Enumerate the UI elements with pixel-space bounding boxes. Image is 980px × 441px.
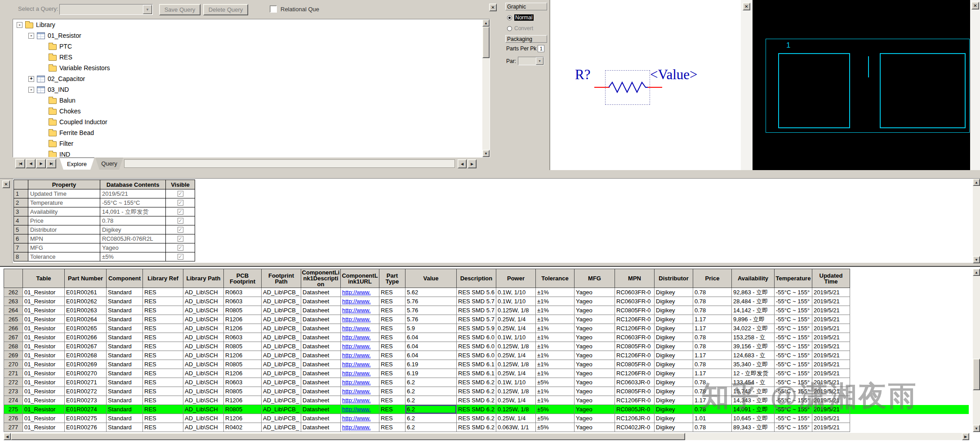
- cell[interactable]: RES SMD 6.1: [457, 360, 496, 369]
- visible-checkbox[interactable]: ✓: [178, 227, 183, 233]
- cell[interactable]: 5.76: [405, 306, 457, 315]
- cell[interactable]: 01_Resistor: [23, 351, 65, 360]
- cell[interactable]: E01R00268: [65, 351, 107, 360]
- cell[interactable]: RES SMD 6.2: [457, 396, 496, 405]
- table-row[interactable]: 26701_ResistorE01R00266StandardRESAD_Lib…: [4, 333, 969, 342]
- cell[interactable]: ±5%: [536, 405, 575, 414]
- cell[interactable]: 2019/5/21: [812, 423, 850, 432]
- parts-per-package-value[interactable]: 1: [538, 45, 544, 52]
- cell[interactable]: 0.063W, 1/1: [496, 423, 536, 432]
- row-number[interactable]: 262: [4, 288, 23, 297]
- column-header-price[interactable]: Price: [693, 269, 732, 288]
- cell[interactable]: Digikey: [655, 297, 693, 306]
- cell[interactable]: 01_Resistor: [23, 324, 65, 333]
- property-row[interactable]: 2Temperature-55°C ~ 155°C✓: [14, 198, 195, 207]
- cell[interactable]: ±1%: [536, 297, 575, 306]
- tab-query[interactable]: Query: [95, 158, 123, 170]
- cell[interactable]: Standard: [107, 405, 143, 414]
- row-number[interactable]: 277: [4, 423, 23, 432]
- cell[interactable]: 14,142 - 立即: [732, 306, 775, 315]
- property-row[interactable]: 4Price0.78✓: [14, 216, 195, 225]
- cell[interactable]: Yageo: [575, 351, 615, 360]
- cell[interactable]: 0.78: [693, 333, 732, 342]
- cell[interactable]: Standard: [107, 351, 143, 360]
- cell[interactable]: ±1%: [536, 351, 575, 360]
- cell[interactable]: AD_Lib\SCH: [183, 360, 224, 369]
- cell[interactable]: Yageo: [575, 396, 615, 405]
- cell[interactable]: R0402: [224, 423, 262, 432]
- cell[interactable]: 0.1W, 1/10: [496, 288, 536, 297]
- cell[interactable]: Yageo: [575, 306, 615, 315]
- cell[interactable]: R0805: [224, 387, 262, 396]
- cell[interactable]: 39,156 - 立即: [732, 342, 775, 351]
- cell[interactable]: Yageo: [575, 360, 615, 369]
- tree-item-02-capacitor[interactable]: +02_Capacitor: [13, 73, 490, 84]
- cell[interactable]: 01_Resistor: [23, 297, 65, 306]
- cell[interactable]: 6.04: [405, 333, 457, 342]
- property-name-cell[interactable]: Updated Time: [28, 189, 100, 198]
- cell[interactable]: AD_Lib\PCB_: [262, 333, 301, 342]
- cell[interactable]: RES: [143, 378, 183, 387]
- cell[interactable]: AD_Lib\PCB_: [262, 351, 301, 360]
- cell[interactable]: Standard: [107, 423, 143, 432]
- cell[interactable]: Datasheet: [301, 369, 341, 378]
- cell[interactable]: R1206: [224, 315, 262, 324]
- close-icon[interactable]: ✕: [489, 4, 497, 11]
- cell[interactable]: R0805: [224, 306, 262, 315]
- tree-item-balun[interactable]: Balun: [13, 95, 490, 106]
- property-value-cell[interactable]: ±5%: [100, 252, 166, 261]
- cell[interactable]: RES: [143, 414, 183, 423]
- scrollbar-track[interactable]: [973, 276, 980, 425]
- cell[interactable]: AD_Lib\SCH: [183, 378, 224, 387]
- cell[interactable]: 0.25W, 1/4: [496, 369, 536, 378]
- grid-vertical-scrollbar[interactable]: ▲ ▼: [973, 269, 980, 432]
- datasheet-link[interactable]: http://www.: [341, 324, 379, 333]
- cell[interactable]: ±1%: [536, 306, 575, 315]
- cell[interactable]: RES: [143, 315, 183, 324]
- cell[interactable]: 01_Resistor: [23, 360, 65, 369]
- cell[interactable]: 2019/5/21: [812, 360, 850, 369]
- cell[interactable]: Datasheet: [301, 342, 341, 351]
- cell[interactable]: AD_Lib\SCH: [183, 333, 224, 342]
- cell[interactable]: 6.04: [405, 342, 457, 351]
- cell[interactable]: Digikey: [655, 414, 693, 423]
- cell[interactable]: RES SMD 5.9: [457, 324, 496, 333]
- cell[interactable]: 1.17: [693, 315, 732, 324]
- cell[interactable]: 01_Resistor: [23, 387, 65, 396]
- cell[interactable]: AD_Lib\SCH: [183, 315, 224, 324]
- tree-item-chokes[interactable]: Chokes: [13, 106, 490, 117]
- cell[interactable]: Standard: [107, 414, 143, 423]
- cell[interactable]: 2019/5/21: [812, 297, 850, 306]
- property-row[interactable]: 1Updated Time2019/5/21✓: [14, 189, 195, 198]
- table-row[interactable]: 27001_ResistorE01R00269StandardRESAD_Lib…: [4, 360, 969, 369]
- cell[interactable]: Digikey: [655, 342, 693, 351]
- property-value-cell[interactable]: 2019/5/21: [100, 189, 166, 198]
- cell[interactable]: 5.76: [405, 315, 457, 324]
- nav-last-button[interactable]: ▶|: [46, 159, 56, 168]
- cell[interactable]: 1.17: [693, 351, 732, 360]
- cell[interactable]: RES: [379, 369, 405, 378]
- cell[interactable]: 6.2: [405, 423, 457, 432]
- cell[interactable]: RC0805FR-0: [615, 360, 655, 369]
- row-number[interactable]: 268: [4, 342, 23, 351]
- cell[interactable]: 0.78: [693, 342, 732, 351]
- cell[interactable]: AD_Lib\PCB_: [262, 396, 301, 405]
- cell[interactable]: RES: [379, 378, 405, 387]
- cell[interactable]: RES SMD 6.2: [457, 414, 496, 423]
- cell[interactable]: Digikey: [655, 333, 693, 342]
- cell[interactable]: Datasheet: [301, 315, 341, 324]
- radio-unchecked-icon[interactable]: [507, 26, 512, 31]
- tree-item-01-resistor[interactable]: -01_Resistor: [13, 30, 490, 41]
- column-header-library-path[interactable]: Library Path: [183, 269, 224, 288]
- cell[interactable]: 9,896 - 立即: [732, 315, 775, 324]
- row-number[interactable]: 273: [4, 387, 23, 396]
- cell[interactable]: Digikey: [655, 423, 693, 432]
- convert-radio[interactable]: Convert: [507, 25, 533, 32]
- column-header-temperature[interactable]: Temperature: [775, 269, 812, 288]
- schematic-symbol-preview[interactable]: R? <Value>: [550, 0, 741, 170]
- scroll-up-icon[interactable]: ▲: [973, 269, 980, 276]
- cell[interactable]: 2019/5/21: [812, 288, 850, 297]
- property-row[interactable]: 5DistributorDigikey✓: [14, 225, 195, 234]
- cell[interactable]: AD_Lib\PCB_: [262, 387, 301, 396]
- datasheet-link[interactable]: http://www.: [341, 387, 379, 396]
